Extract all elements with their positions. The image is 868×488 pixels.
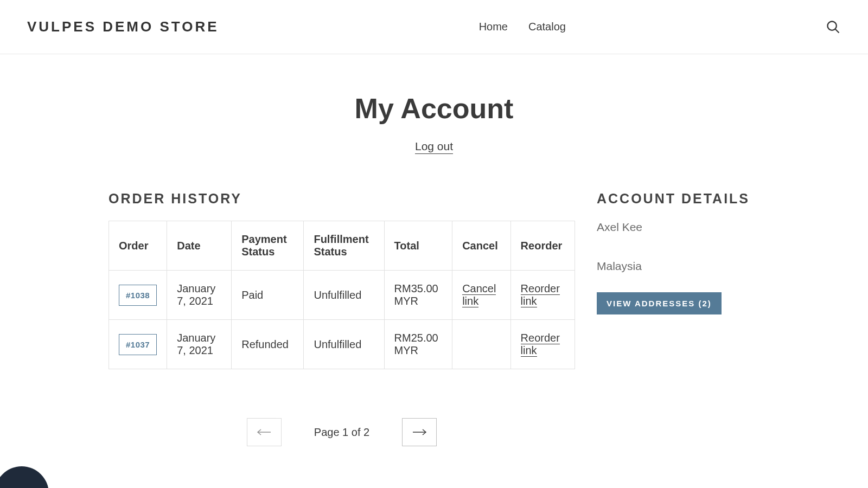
order-payment-status: Refunded bbox=[232, 320, 304, 369]
order-date: January 7, 2021 bbox=[167, 271, 232, 320]
order-fulfillment-status: Unfulfilled bbox=[304, 320, 384, 369]
col-order: Order bbox=[109, 221, 167, 271]
table-row: #1037 January 7, 2021 Refunded Unfulfill… bbox=[109, 320, 575, 369]
account-details-title: ACCOUNT DETAILS bbox=[597, 191, 760, 207]
order-date: January 7, 2021 bbox=[167, 320, 232, 369]
store-name[interactable]: VULPES DEMO STORE bbox=[27, 18, 219, 35]
col-reorder: Reorder bbox=[510, 221, 575, 271]
content: ORDER HISTORY Order Date Payment Status … bbox=[0, 191, 868, 446]
nav-home[interactable]: Home bbox=[479, 21, 508, 33]
svg-line-1 bbox=[835, 29, 839, 33]
order-history-table: Order Date Payment Status Fulfillment St… bbox=[108, 221, 575, 369]
col-fulfillment-status: Fulfillment Status bbox=[304, 221, 384, 271]
page-title: My Account bbox=[0, 92, 868, 125]
col-date: Date bbox=[167, 221, 232, 271]
order-id-link[interactable]: #1038 bbox=[119, 285, 157, 306]
arrow-left-icon bbox=[257, 428, 272, 436]
site-header: VULPES DEMO STORE Home Catalog bbox=[0, 0, 868, 54]
order-history-title: ORDER HISTORY bbox=[108, 191, 575, 207]
cancel-cell-empty bbox=[452, 320, 510, 369]
order-history-section: ORDER HISTORY Order Date Payment Status … bbox=[108, 191, 575, 446]
order-id-link[interactable]: #1037 bbox=[119, 334, 157, 355]
table-row: #1038 January 7, 2021 Paid Unfulfilled R… bbox=[109, 271, 575, 320]
search-icon[interactable] bbox=[826, 20, 841, 35]
account-name: Axel Kee bbox=[597, 221, 760, 234]
logout-link[interactable]: Log out bbox=[415, 140, 453, 154]
account-details-section: ACCOUNT DETAILS Axel Kee Malaysia VIEW A… bbox=[597, 191, 760, 314]
table-header-row: Order Date Payment Status Fulfillment St… bbox=[109, 221, 575, 271]
order-total: RM35.00 MYR bbox=[384, 271, 452, 320]
order-total: RM25.00 MYR bbox=[384, 320, 452, 369]
chat-widget-bubble[interactable] bbox=[0, 466, 49, 488]
col-total: Total bbox=[384, 221, 452, 271]
main-nav: Home Catalog bbox=[219, 21, 826, 33]
reorder-link[interactable]: Reorder link bbox=[521, 332, 560, 357]
page-info: Page 1 of 2 bbox=[314, 426, 369, 439]
col-cancel: Cancel bbox=[452, 221, 510, 271]
order-payment-status: Paid bbox=[232, 271, 304, 320]
cancel-link[interactable]: Cancel link bbox=[462, 282, 496, 307]
prev-page-button[interactable] bbox=[247, 418, 282, 446]
reorder-link[interactable]: Reorder link bbox=[521, 282, 560, 307]
next-page-button[interactable] bbox=[402, 418, 437, 446]
pagination: Page 1 of 2 bbox=[108, 418, 575, 446]
view-addresses-button[interactable]: VIEW ADDRESSES (2) bbox=[597, 292, 722, 314]
col-payment-status: Payment Status bbox=[232, 221, 304, 271]
nav-catalog[interactable]: Catalog bbox=[528, 21, 566, 33]
svg-point-0 bbox=[828, 21, 837, 30]
account-country: Malaysia bbox=[597, 260, 760, 273]
order-fulfillment-status: Unfulfilled bbox=[304, 271, 384, 320]
arrow-right-icon bbox=[412, 428, 427, 436]
